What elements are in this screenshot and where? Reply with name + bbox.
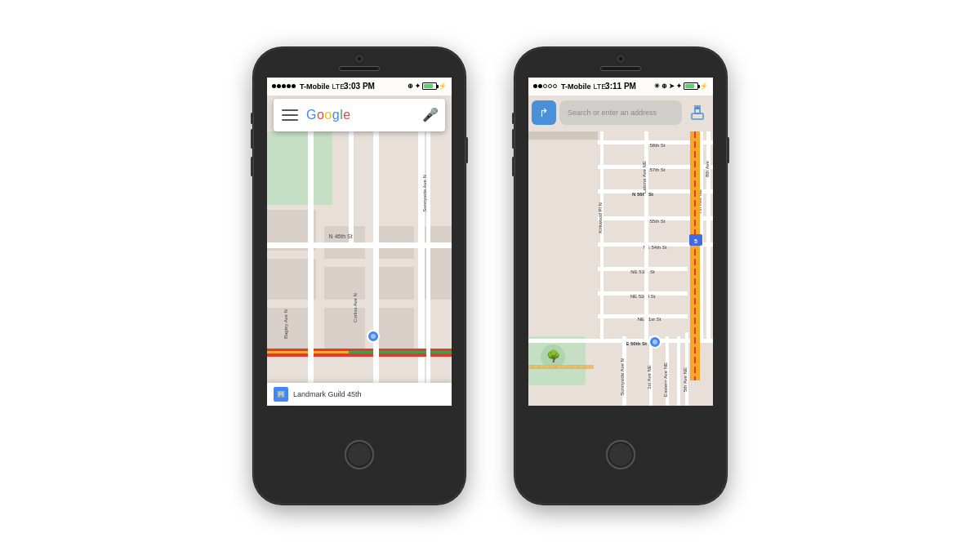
svg-rect-61 — [677, 336, 680, 406]
svg-rect-77 — [528, 131, 598, 140]
status-right-1: ⊕ ✦ ⚡ — [408, 82, 447, 90]
status-left-1: T-Mobile LTE — [272, 82, 345, 91]
google-logo: Google — [306, 108, 424, 122]
signal-dot — [287, 84, 291, 88]
map-svg-2: 🌳 N 58th St N 57th St N 56th St N 55th S… — [528, 96, 713, 406]
bluetooth-icon-1: ✦ — [415, 82, 421, 90]
signal-dot — [292, 84, 296, 88]
location-icon-2: ⊕ — [662, 82, 667, 90]
svg-rect-6 — [324, 267, 365, 300]
map-area-2[interactable]: 🌳 N 58th St N 57th St N 56th St N 55th S… — [528, 96, 713, 406]
phone-top-2 — [514, 47, 727, 71]
apple-search-bar[interactable]: ↱ Search or enter an address — [532, 99, 710, 127]
phone-2: T-Mobile LTE 3:11 PM ✳ ⊕ ➤ ✦ ⚡ — [514, 47, 727, 504]
svg-rect-8 — [373, 267, 414, 300]
svg-text:NE 51st St: NE 51st St — [638, 317, 662, 322]
status-bar-2: T-Mobile LTE 3:11 PM ✳ ⊕ ➤ ✦ ⚡ — [528, 78, 713, 96]
map-area-1[interactable]: N 46th St Sunnyside Ave N Bagley Ave N C… — [267, 96, 452, 406]
svg-text:Kirkwood Pl N: Kirkwood Pl N — [598, 202, 603, 233]
svg-rect-53 — [600, 131, 604, 339]
front-camera-2 — [617, 56, 624, 62]
svg-rect-18 — [267, 353, 452, 357]
svg-rect-20 — [373, 131, 379, 384]
status-right-2: ✳ ⊕ ➤ ✦ ⚡ — [654, 82, 708, 90]
svg-rect-19 — [308, 131, 314, 384]
svg-text:Sunnyside Ave N: Sunnyside Ave N — [422, 175, 427, 212]
svg-rect-12 — [418, 131, 425, 384]
home-button-2[interactable] — [606, 440, 635, 469]
carrier-2: T-Mobile — [561, 82, 591, 91]
mute-button-2[interactable] — [512, 113, 514, 124]
volume-up-button-2[interactable] — [512, 129, 514, 149]
place-icon: 🏢 — [274, 387, 288, 402]
volume-up-button[interactable] — [251, 129, 253, 149]
home-button-1[interactable] — [345, 440, 374, 469]
phone-bottom-2 — [606, 406, 635, 504]
svg-point-75 — [653, 340, 657, 344]
svg-rect-16 — [349, 351, 414, 353]
svg-rect-1 — [267, 131, 332, 205]
signal-dot — [282, 84, 286, 88]
signal-dot-f — [538, 84, 542, 88]
svg-rect-76 — [528, 131, 598, 335]
svg-rect-22 — [349, 131, 354, 246]
time-1: 3:03 PM — [344, 82, 375, 91]
brightness-icon: ✳ — [654, 82, 660, 90]
signal-dots-2 — [533, 84, 557, 88]
svg-text:NE 53rd St: NE 53rd St — [630, 269, 655, 274]
google-search-bar[interactable]: Google 🎤 — [274, 99, 445, 131]
svg-text:5: 5 — [694, 238, 697, 244]
share-icon[interactable] — [685, 100, 710, 125]
svg-text:Sunnyside Ave N: Sunnyside Ave N — [620, 358, 625, 396]
battery-2 — [684, 82, 698, 90]
svg-text:Corliss Ave N: Corliss Ave N — [353, 293, 358, 322]
location-icon-1: ⊕ — [408, 82, 413, 90]
svg-rect-21 — [426, 131, 430, 384]
volume-down-button[interactable] — [251, 157, 253, 176]
speaker — [339, 66, 380, 71]
map-svg-1: N 46th St Sunnyside Ave N Bagley Ave N C… — [267, 96, 452, 406]
signal-dot-e — [553, 84, 557, 88]
power-button-2[interactable] — [727, 137, 729, 163]
svg-rect-72 — [528, 365, 594, 369]
time-2: 3:11 PM — [605, 82, 636, 91]
mic-icon[interactable]: 🎤 — [424, 106, 437, 124]
hamburger-icon[interactable] — [282, 109, 298, 121]
svg-rect-10 — [324, 308, 365, 349]
svg-text:Bagley Ave N: Bagley Ave N — [283, 309, 288, 339]
status-left-2: T-Mobile LTE — [533, 82, 606, 91]
battery-fill-1 — [424, 84, 433, 88]
svg-text:NE 52nd St: NE 52nd St — [630, 294, 656, 299]
signal-dot — [277, 84, 281, 88]
svg-text:N 46th St: N 46th St — [328, 233, 352, 239]
network-1: LTE — [332, 82, 345, 91]
search-placeholder: Search or enter an address — [568, 109, 657, 117]
svg-rect-9 — [373, 308, 414, 349]
svg-rect-80 — [692, 113, 703, 119]
svg-point-28 — [371, 334, 376, 339]
speaker-2 — [600, 66, 641, 71]
svg-text:🌳: 🌳 — [546, 349, 561, 363]
signal-dots-1 — [272, 84, 296, 88]
phone-1: T-Mobile LTE 3:03 PM ⊕ ✦ ⚡ — [253, 47, 466, 504]
battery-fill-2 — [685, 84, 694, 88]
svg-text:Eastern Ave NE: Eastern Ave NE — [663, 362, 668, 396]
status-bar-1: T-Mobile LTE 3:03 PM ⊕ ✦ ⚡ — [267, 78, 452, 96]
charging-icon-1: ⚡ — [439, 82, 447, 90]
volume-down-button-2[interactable] — [512, 157, 514, 176]
svg-text:Latona Ave NE: Latona Ave NE — [642, 161, 647, 193]
place-card[interactable]: 🏢 Landmark Guild 45th — [267, 383, 452, 406]
svg-text:8th Ave: 8th Ave — [705, 160, 710, 177]
place-name: Landmark Guild 45th — [293, 390, 362, 398]
bluetooth-icon-2: ✦ — [676, 82, 682, 90]
phone-screen-2: T-Mobile LTE 3:11 PM ✳ ⊕ ➤ ✦ ⚡ — [528, 78, 713, 406]
mute-button[interactable] — [251, 113, 253, 124]
charging-icon-2: ⚡ — [700, 82, 708, 90]
phone-top — [253, 47, 466, 71]
search-field[interactable]: Search or enter an address — [559, 100, 682, 125]
carrier-1: T-Mobile — [300, 82, 330, 91]
svg-rect-17 — [414, 351, 452, 353]
svg-rect-13 — [267, 242, 452, 248]
power-button[interactable] — [466, 137, 468, 163]
directions-icon[interactable]: ↱ — [532, 100, 556, 125]
